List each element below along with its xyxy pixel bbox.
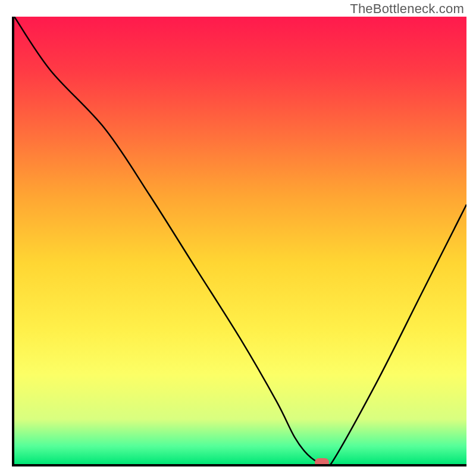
curve-path [14,17,466,464]
bottleneck-chart: TheBottleneck.com [0,0,476,476]
optimal-marker [315,458,329,466]
watermark-text: TheBottleneck.com [350,1,464,17]
plot-area [12,17,466,466]
bottleneck-curve [14,17,466,464]
